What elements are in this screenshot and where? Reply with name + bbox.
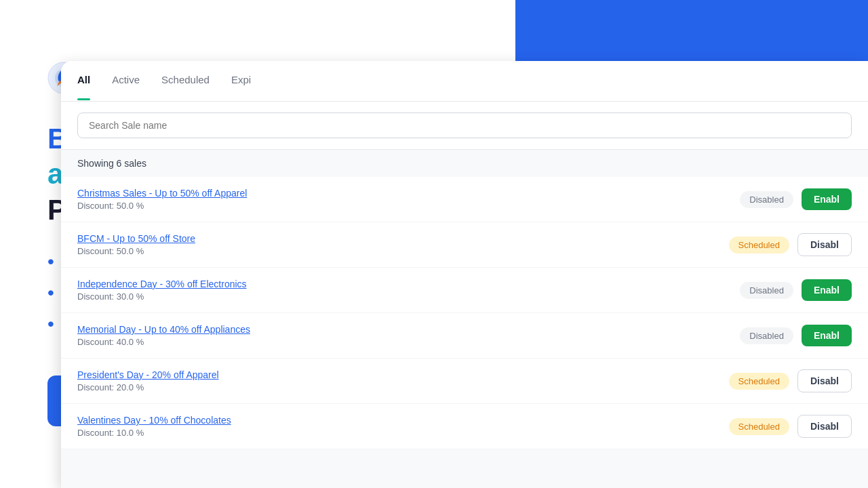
sale-status-badge: Disabled — [740, 327, 793, 344]
sale-status-badge: Scheduled — [729, 418, 789, 435]
sale-name[interactable]: Independence Day - 30% off Electronics — [77, 279, 732, 289]
sale-item: President's Day - 20% off Apparel Discou… — [61, 359, 868, 404]
sale-action-button[interactable]: Enabl — [802, 279, 852, 301]
sale-action-button[interactable]: Disabl — [797, 369, 852, 392]
sale-status-badge: Scheduled — [729, 237, 789, 253]
sale-discount: Discount: 50.0 % — [77, 246, 721, 256]
sale-info: Valentines Day - 10% off Chocolates Disc… — [77, 415, 721, 438]
sale-discount: Discount: 10.0 % — [77, 428, 721, 438]
showing-count: Showing 6 sales — [61, 150, 868, 177]
sale-name[interactable]: Valentines Day - 10% off Chocolates — [77, 415, 721, 426]
tab-active[interactable]: Active — [112, 74, 140, 88]
sale-info: BFCM - Up to 50% off Store Discount: 50.… — [77, 233, 721, 256]
sale-discount: Discount: 30.0 % — [77, 291, 732, 302]
sale-action-button[interactable]: Enabl — [802, 188, 852, 210]
sale-action-button[interactable]: Disabl — [797, 415, 852, 438]
sale-item: Memorial Day - Up to 40% off Appliances … — [61, 313, 868, 359]
sale-name[interactable]: President's Day - 20% off Apparel — [77, 369, 721, 380]
sale-status-badge: Disabled — [740, 191, 793, 208]
sale-name[interactable]: Christmas Sales - Up to 50% off Apparel — [77, 188, 732, 199]
tab-all[interactable]: All — [77, 74, 90, 88]
sale-discount: Discount: 50.0 % — [77, 201, 732, 211]
sale-item: Independence Day - 30% off Electronics D… — [61, 268, 868, 313]
sale-status-badge: Scheduled — [729, 373, 789, 390]
tabs-bar: All Active Scheduled Expi — [61, 61, 868, 102]
sale-discount: Discount: 40.0 % — [77, 337, 732, 347]
sale-action-button[interactable]: Enabl — [802, 325, 852, 346]
app-card: All Active Scheduled Expi Showing 6 sale… — [61, 61, 868, 488]
search-container — [61, 102, 868, 150]
tab-scheduled[interactable]: Scheduled — [161, 74, 210, 88]
sale-status-badge: Disabled — [740, 282, 793, 299]
sale-item: BFCM - Up to 50% off Store Discount: 50.… — [61, 222, 868, 268]
sale-item: Valentines Day - 10% off Chocolates Disc… — [61, 404, 868, 449]
sale-action-button[interactable]: Disabl — [797, 233, 852, 256]
sale-name[interactable]: BFCM - Up to 50% off Store — [77, 233, 721, 244]
sale-discount: Discount: 20.0 % — [77, 382, 721, 392]
tab-expired[interactable]: Expi — [231, 74, 251, 88]
sale-name[interactable]: Memorial Day - Up to 40% off Appliances — [77, 324, 732, 335]
sale-info: Memorial Day - Up to 40% off Appliances … — [77, 324, 732, 347]
sale-info: Christmas Sales - Up to 50% off Apparel … — [77, 188, 732, 211]
sale-list: Christmas Sales - Up to 50% off Apparel … — [61, 177, 868, 449]
sale-item: Christmas Sales - Up to 50% off Apparel … — [61, 177, 868, 222]
sale-info: Independence Day - 30% off Electronics D… — [77, 279, 732, 302]
sale-info: President's Day - 20% off Apparel Discou… — [77, 369, 721, 392]
search-input[interactable] — [77, 113, 852, 138]
